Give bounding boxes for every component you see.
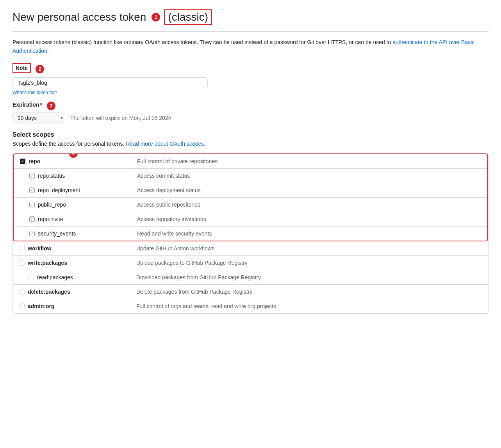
- delete-packages-scope-desc: Delete packages from GitHub Package Regi…: [136, 289, 482, 295]
- read-packages-checkbox[interactable]: [29, 275, 34, 280]
- scope-row-workflow: workflow Update GitHub Action workflows: [13, 241, 488, 256]
- repo-scope-desc: Full control of private repositories: [137, 158, 481, 164]
- expiration-label: Expiration*: [12, 102, 42, 108]
- scopes-container: 4 repo Full control of private repositor…: [12, 153, 489, 314]
- scope-row-admin-org: admin:org Full control of orgs and teams…: [13, 299, 488, 313]
- expiration-select-wrapper: 30 days 60 days 90 days Custom No expira…: [12, 112, 64, 123]
- scope-row-public-repo: public_repo Access public repositories: [14, 198, 487, 212]
- public-repo-name: public_repo: [38, 202, 66, 208]
- security-events-name: security_events: [38, 230, 76, 237]
- admin-org-scope-name: admin:org: [28, 303, 54, 309]
- scope-row-repo-invite: repo:invite Access repository invitation…: [14, 212, 487, 227]
- write-packages-checkbox[interactable]: [19, 260, 25, 266]
- note-label: Note: [12, 63, 31, 73]
- expiration-note: The token will expire on Mon, Jul 15 202…: [70, 115, 171, 121]
- scope-row-write-packages: write:packages Upload packages to GitHub…: [13, 256, 488, 270]
- repo-status-name: repo:status: [38, 173, 65, 179]
- workflow-scope-name: workflow: [28, 245, 52, 252]
- repo-status-name-col: repo:status: [20, 173, 137, 179]
- security-events-checkbox[interactable]: [29, 231, 35, 236]
- step2-badge: 2: [36, 65, 44, 73]
- write-packages-name-col: write:packages: [19, 260, 136, 266]
- repo-status-desc: Access commit status: [137, 173, 481, 179]
- repo-invite-desc: Access repository invitations: [137, 216, 481, 222]
- repo-deployment-checkbox[interactable]: [29, 187, 35, 193]
- scope-row-delete-packages: delete:packages Delete packages from Git…: [13, 285, 488, 299]
- security-events-name-col: security_events: [20, 230, 137, 237]
- note-input[interactable]: [12, 77, 208, 88]
- workflow-checkbox[interactable]: [19, 246, 25, 251]
- page-header: New personal access token 1 (classic): [12, 9, 489, 25]
- repo-deployment-name-col: repo_deployment: [20, 187, 137, 193]
- public-repo-checkbox[interactable]: [29, 202, 35, 207]
- scope-row-repo-deployment: repo_deployment Access deployment status: [14, 183, 487, 198]
- repo-scope-block: 4 repo Full control of private repositor…: [13, 153, 488, 241]
- scopes-section: Select scopes Scopes define the access f…: [12, 131, 489, 314]
- workflow-scope-desc: Update GitHub Action workflows: [136, 245, 482, 252]
- public-repo-name-col: public_repo: [20, 202, 137, 208]
- title-classic: (classic): [164, 9, 212, 25]
- read-packages-scope-name: read:packages: [37, 274, 73, 280]
- scope-row-repo-status: repo:status Access commit status: [14, 169, 487, 183]
- note-hint: What's this token for?: [12, 90, 489, 95]
- step3-badge: 3: [47, 102, 55, 110]
- scopes-desc: Scopes define the access for personal to…: [12, 141, 489, 147]
- expiration-row: 30 days 60 days 90 days Custom No expira…: [12, 112, 489, 123]
- repo-deployment-name: repo_deployment: [38, 187, 80, 193]
- description: Personal access tokens (classic) functio…: [12, 38, 489, 55]
- admin-org-checkbox[interactable]: [19, 303, 25, 309]
- step1-badge: 1: [152, 13, 160, 21]
- delete-packages-name-col: delete:packages: [19, 289, 136, 295]
- delete-packages-checkbox[interactable]: [19, 289, 25, 295]
- page-title: New personal access token 1 (classic): [12, 9, 489, 25]
- expiration-group: Expiration* 3 30 days 60 days 90 days Cu…: [12, 102, 489, 123]
- security-events-desc: Read and write security events: [137, 230, 481, 237]
- repo-deployment-desc: Access deployment status: [137, 187, 481, 193]
- workflow-name-col: workflow: [19, 245, 136, 252]
- expiration-select[interactable]: 30 days 60 days 90 days Custom No expira…: [13, 113, 64, 123]
- admin-org-name-col: admin:org: [19, 303, 136, 309]
- write-packages-scope-desc: Upload packages to GitHub Package Regist…: [136, 260, 482, 266]
- scope-row-repo: repo Full control of private repositorie…: [14, 154, 487, 169]
- header-divider: [12, 31, 489, 32]
- read-packages-name-col: read:packages: [19, 274, 136, 280]
- repo-invite-name-col: repo:invite: [20, 216, 137, 222]
- repo-name-col: repo: [20, 158, 137, 164]
- note-group: Note 2 What's this token for?: [12, 63, 489, 95]
- oauth-scopes-link[interactable]: Read more about OAuth scopes.: [126, 141, 205, 147]
- read-packages-scope-desc: Download packages from GitHub Package Re…: [136, 274, 482, 280]
- repo-scope-name: repo: [29, 158, 40, 164]
- scopes-title: Select scopes: [12, 131, 489, 138]
- write-packages-scope-name: write:packages: [28, 260, 67, 266]
- scope-row-read-packages: read:packages Download packages from Git…: [13, 270, 488, 285]
- repo-status-checkbox[interactable]: [29, 173, 35, 178]
- repo-scope-highlighted: repo Full control of private repositorie…: [13, 153, 488, 241]
- repo-invite-checkbox[interactable]: [29, 216, 35, 222]
- delete-packages-scope-name: delete:packages: [28, 289, 70, 295]
- title-main-text: New personal access token: [12, 11, 146, 23]
- repo-invite-name: repo:invite: [38, 216, 63, 222]
- admin-org-scope-desc: Full control of orgs and teams, read and…: [136, 303, 482, 309]
- public-repo-desc: Access public repositories: [137, 202, 481, 208]
- scope-row-security-events: security_events Read and write security …: [14, 227, 487, 241]
- repo-checkbox[interactable]: [20, 159, 25, 164]
